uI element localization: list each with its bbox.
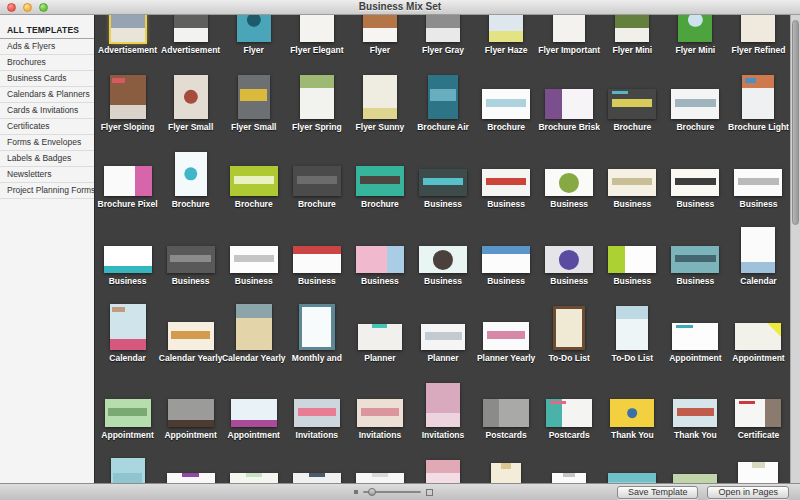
template-thumbnail[interactable] [356,246,404,273]
template-cell[interactable]: Brochure Light [727,73,790,150]
template-thumbnail[interactable] [230,246,278,273]
template-cell[interactable] [601,458,664,483]
template-thumbnail[interactable] [678,14,712,42]
template-cell[interactable]: Flyer Gray [411,14,474,73]
template-thumbnail[interactable] [545,169,593,196]
sidebar-item-newsletters[interactable]: Newsletters [0,167,94,183]
sidebar-item-cards-invitations[interactable]: Cards & Invitations [0,103,94,119]
template-cell[interactable]: Brochure [222,150,285,227]
template-cell[interactable]: Brochure Air [411,73,474,150]
template-cell[interactable]: Flyer Spring [285,73,348,150]
template-thumbnail[interactable] [363,14,397,42]
template-cell[interactable]: Business [538,227,601,304]
template-thumbnail[interactable] [671,169,719,196]
template-thumbnail[interactable] [742,75,774,119]
template-cell[interactable]: Flyer Sunny [348,73,411,150]
template-cell[interactable]: Invitations [348,381,411,458]
template-cell[interactable]: Brochure [348,150,411,227]
template-thumbnail[interactable] [167,246,215,273]
template-thumbnail[interactable] [552,473,586,483]
sidebar-item-labels-badges[interactable]: Labels & Badges [0,151,94,167]
template-cell[interactable]: Brochure [475,73,538,150]
template-thumbnail[interactable] [483,322,529,350]
template-cell[interactable]: Thank You [601,381,664,458]
template-cell[interactable]: Thank You [664,381,727,458]
template-cell[interactable]: Business [538,150,601,227]
template-cell[interactable] [727,458,790,483]
template-cell[interactable]: Calendar Yearly [159,304,222,381]
template-thumbnail[interactable] [482,246,530,273]
template-thumbnail[interactable] [553,306,585,350]
template-thumbnail[interactable] [673,399,717,427]
template-cell[interactable] [159,458,222,483]
template-cell[interactable]: Business [348,227,411,304]
template-thumbnail[interactable] [673,474,717,483]
template-cell[interactable]: Flyer Mini [601,14,664,73]
template-cell[interactable]: Calendar [727,227,790,304]
template-thumbnail[interactable] [168,322,214,350]
template-thumbnail[interactable] [482,89,530,119]
template-cell[interactable] [538,458,601,483]
open-in-pages-button[interactable]: Open in Pages [707,486,789,499]
template-thumbnail[interactable] [741,227,775,273]
template-thumbnail[interactable] [111,14,145,42]
template-thumbnail[interactable] [738,462,778,483]
template-cell[interactable]: Appointment [159,381,222,458]
template-thumbnail[interactable] [175,152,207,196]
template-cell[interactable]: Flyer Sloping [96,73,159,150]
template-cell[interactable] [664,458,727,483]
template-cell[interactable]: Business [601,150,664,227]
sidebar-item-forms-envelopes[interactable]: Forms & Envelopes [0,135,94,151]
slider-track[interactable] [363,491,421,493]
template-thumbnail[interactable] [357,399,403,427]
template-thumbnail[interactable] [672,323,718,350]
template-cell[interactable]: Brochure Pixel [96,150,159,227]
template-thumbnail[interactable] [421,324,465,350]
template-thumbnail[interactable] [553,14,585,42]
template-cell[interactable]: Flyer Mini [664,14,727,73]
template-thumbnail[interactable] [426,383,460,427]
template-cell[interactable]: Flyer Important [538,14,601,73]
template-thumbnail[interactable] [741,14,775,42]
template-cell[interactable]: Planner Yearly [475,304,538,381]
template-thumbnail[interactable] [545,89,593,119]
template-thumbnail[interactable] [300,14,334,42]
template-thumbnail[interactable] [294,399,340,427]
template-thumbnail[interactable] [293,246,341,273]
template-cell[interactable]: To-Do List [538,304,601,381]
template-thumbnail[interactable] [419,246,467,273]
template-thumbnail[interactable] [735,399,781,427]
scrollbar-thumb[interactable] [792,20,799,225]
template-cell[interactable]: Planner [348,304,411,381]
template-cell[interactable]: Monthly and [285,304,348,381]
template-thumbnail[interactable] [426,14,460,42]
template-cell[interactable]: Postcards [475,381,538,458]
template-thumbnail[interactable] [110,304,146,350]
template-cell[interactable]: Brochure [159,150,222,227]
template-thumbnail[interactable] [293,473,341,483]
template-thumbnail[interactable] [168,399,214,427]
template-cell[interactable]: Business [411,150,474,227]
template-cell[interactable]: Certificate [727,381,790,458]
template-thumbnail[interactable] [236,304,272,350]
template-thumbnail[interactable] [358,324,402,350]
template-thumbnail[interactable] [671,246,719,273]
template-cell[interactable] [222,458,285,483]
template-thumbnail[interactable] [237,14,271,42]
template-cell[interactable] [348,458,411,483]
template-thumbnail[interactable] [363,75,397,119]
template-cell[interactable]: Invitations [411,381,474,458]
template-thumbnail[interactable] [174,14,208,42]
template-thumbnail[interactable] [616,306,648,350]
template-thumbnail[interactable] [300,75,334,119]
template-cell[interactable]: Business [475,227,538,304]
template-cell[interactable]: Brochure [601,73,664,150]
template-thumbnail[interactable] [104,246,152,273]
template-cell[interactable]: Business [285,227,348,304]
template-cell[interactable]: Flyer Small [222,73,285,150]
template-thumbnail[interactable] [546,399,592,427]
template-thumbnail[interactable] [105,399,151,427]
template-thumbnail[interactable] [610,399,654,427]
template-cell[interactable] [96,458,159,483]
template-cell[interactable]: Invitations [285,381,348,458]
